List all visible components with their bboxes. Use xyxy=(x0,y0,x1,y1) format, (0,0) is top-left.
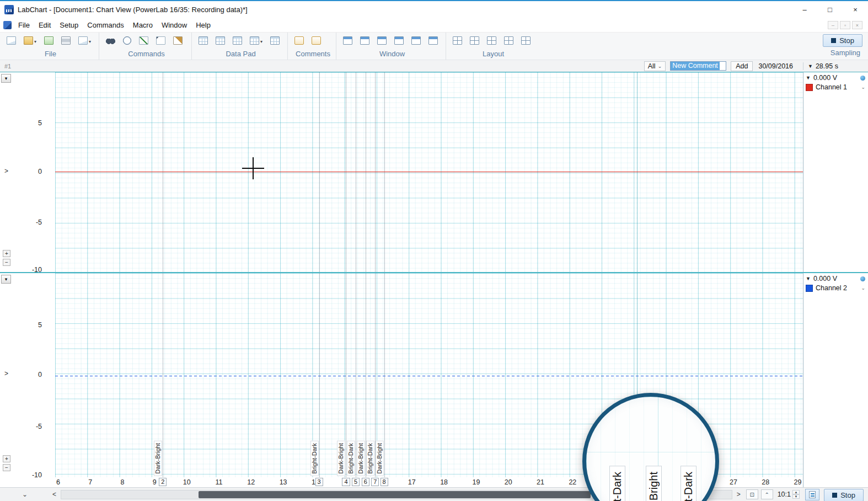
menu-help[interactable]: Help xyxy=(191,19,215,31)
document-icon xyxy=(3,21,12,29)
scope-window-icon[interactable] xyxy=(375,35,389,46)
close-button[interactable]: × xyxy=(843,1,868,18)
split-layout-icon[interactable] xyxy=(485,35,499,46)
comment-number-tag[interactable]: 6 xyxy=(362,478,369,486)
menu-edit[interactable]: Edit xyxy=(34,19,55,31)
tile-layout-icon[interactable] xyxy=(451,35,464,46)
data-pad-options-icon[interactable] xyxy=(248,35,265,46)
maximize-button[interactable]: □ xyxy=(817,1,843,18)
axis-options-icon[interactable]: ⌄ xyxy=(22,491,28,498)
comment-number-tag[interactable]: 3 xyxy=(315,478,323,486)
open-icon[interactable] xyxy=(22,35,39,46)
channel-2-value-row[interactable]: ▼ 0.000 V xyxy=(803,274,868,283)
comment-number-tag[interactable]: 5 xyxy=(352,478,360,486)
scroll-right-button[interactable]: > xyxy=(734,490,743,499)
channel-2-color-swatch xyxy=(806,285,813,292)
annotate-icon[interactable] xyxy=(171,35,185,46)
menu-setup[interactable]: Setup xyxy=(55,19,83,31)
split-layout-icon-glyph xyxy=(487,36,496,45)
stimulator-icon[interactable] xyxy=(154,35,168,46)
xy-window-icon-glyph xyxy=(394,36,404,45)
data-pad-view-icon[interactable] xyxy=(231,35,244,46)
channel-1-expand-button[interactable] xyxy=(2,166,10,175)
sampling-stop-button[interactable]: Stop xyxy=(823,34,862,47)
channel-2-menu-icon[interactable]: ⌄ xyxy=(861,285,865,291)
comment-controls: All New Comment Add 30/09/2016 ▼ 28.95 s xyxy=(644,61,868,71)
comment-marker-line xyxy=(163,72,163,272)
channel-2-value-dropdown-icon: ▼ xyxy=(806,276,811,281)
data-pad-export-icon[interactable] xyxy=(268,35,282,46)
channel-1-scale-dropdown-button[interactable] xyxy=(1,74,11,83)
comment-channel-filter[interactable]: All xyxy=(644,61,666,71)
cascade-layout-icon[interactable] xyxy=(468,35,481,46)
ratio-down-button[interactable]: ▼ xyxy=(792,494,800,499)
event-marker-icon[interactable] xyxy=(137,35,151,46)
channel-2-name-row[interactable]: Channel 2 ⌄ xyxy=(803,283,868,292)
set-time-icon[interactable] xyxy=(121,35,133,46)
channel-2-scale-minus-button[interactable]: − xyxy=(3,464,10,471)
magnified-comment-label: Dark-Bright xyxy=(646,466,662,501)
h-scrollbar-thumb[interactable] xyxy=(199,491,591,498)
new-document-icon[interactable] xyxy=(4,35,18,46)
channel-1-scale-minus-button[interactable]: − xyxy=(3,259,10,266)
save-icon-glyph xyxy=(44,36,53,45)
channel-1-range-icon[interactable] xyxy=(860,76,865,81)
comment-number-tag[interactable]: 2 xyxy=(159,478,167,486)
mdi-minimize-button[interactable]: – xyxy=(828,21,838,29)
channel-1-menu-icon[interactable]: ⌄ xyxy=(861,84,865,90)
channel-1-plot[interactable] xyxy=(55,72,803,272)
channel-1-value-row[interactable]: ▼ 0.000 V xyxy=(803,73,868,82)
comment-number-tag[interactable]: 4 xyxy=(342,478,350,486)
channel-1-scale-plus-button[interactable]: + xyxy=(3,250,10,257)
bottom-stop-button[interactable]: Stop xyxy=(824,489,864,501)
add-comment-button[interactable]: Add xyxy=(731,61,753,71)
data-pad-icon[interactable] xyxy=(196,35,210,46)
channel-2-range-icon[interactable] xyxy=(860,276,865,281)
arrange-layout-icon[interactable] xyxy=(502,35,516,46)
time-axis-label: 8 xyxy=(121,478,125,486)
time-display[interactable]: ▼ 28.95 s xyxy=(803,62,868,70)
scale-page-button[interactable] xyxy=(805,489,819,500)
time-axis-label: 28 xyxy=(762,478,769,486)
comment-label: Dark-Bright xyxy=(376,441,384,476)
channel-1-name-row[interactable]: Channel 1 ⌄ xyxy=(803,82,868,92)
channel-2-scale-plus-button[interactable]: + xyxy=(3,455,10,462)
comment-number-tag[interactable]: 7 xyxy=(371,478,379,486)
channel-2-trace xyxy=(55,376,803,376)
xy-window-icon[interactable] xyxy=(392,35,406,46)
time-axis-label: 22 xyxy=(569,478,576,486)
zoom-window-icon-glyph xyxy=(360,36,369,45)
ratio-up-button[interactable]: ▲ xyxy=(792,490,800,494)
block-marker-line xyxy=(637,72,637,272)
menu-file[interactable]: File xyxy=(14,19,34,31)
time-axis-label: 29 xyxy=(794,478,802,486)
menu-window[interactable]: Window xyxy=(157,19,191,31)
comment-number-tag[interactable]: 8 xyxy=(381,478,388,486)
print-icon[interactable] xyxy=(59,35,73,46)
y-axis-label: 5 xyxy=(38,321,42,329)
dropdown-arrow-icon xyxy=(259,36,262,45)
add-comment-icon[interactable] xyxy=(292,35,306,46)
comments-window-icon[interactable] xyxy=(309,35,323,46)
data-pad-window-icon[interactable] xyxy=(409,35,423,46)
custom-layout-icon[interactable] xyxy=(519,35,533,46)
channel-2-scale-dropdown-button[interactable] xyxy=(1,275,11,284)
new-comment-input[interactable]: New Comment xyxy=(670,61,726,71)
expand-view-button[interactable]: ⌃ xyxy=(761,489,773,499)
fit-window-button[interactable]: ⊡ xyxy=(746,489,758,499)
scroll-left-button[interactable]: < xyxy=(50,490,59,499)
zoom-window-icon[interactable] xyxy=(358,35,372,46)
channel-2-expand-button[interactable] xyxy=(2,369,10,379)
minimize-button[interactable]: – xyxy=(792,1,817,18)
mdi-close-button[interactable]: × xyxy=(852,21,862,29)
mdi-restore-button[interactable]: ▫ xyxy=(840,21,850,29)
save-icon[interactable] xyxy=(42,35,56,46)
export-icon[interactable] xyxy=(76,35,93,46)
menu-macro[interactable]: Macro xyxy=(128,19,157,31)
chart-window-icon[interactable] xyxy=(341,35,355,46)
menu-commands[interactable]: Commands xyxy=(83,19,128,31)
notebook-window-icon[interactable] xyxy=(426,35,440,46)
stop-icon xyxy=(831,38,836,43)
find-icon[interactable] xyxy=(104,35,117,46)
add-to-data-pad-icon[interactable] xyxy=(213,35,227,46)
